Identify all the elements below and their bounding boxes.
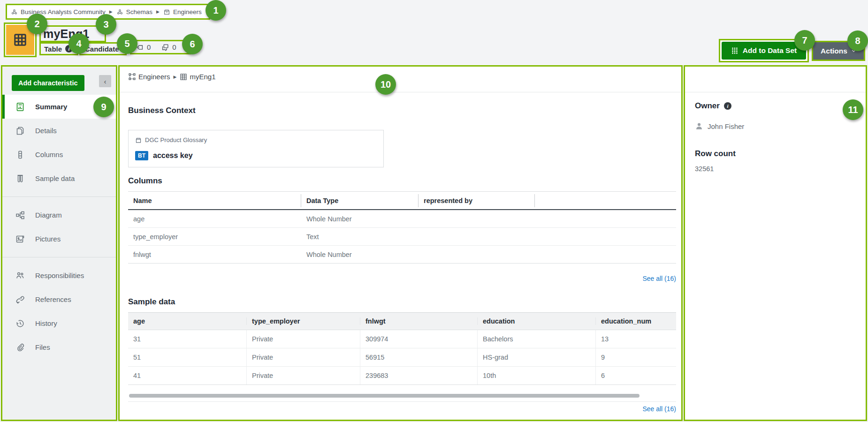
- sidebar-item-diagram[interactable]: Diagram: [2, 203, 116, 227]
- sidebar-item-label: Diagram: [35, 211, 62, 219]
- term-row: BT access key: [135, 151, 193, 160]
- columns-table: Name Data Type represented by age Whole …: [128, 191, 676, 264]
- row-count-label: Row count: [695, 149, 736, 158]
- business-context-heading: Business Context: [128, 106, 196, 115]
- table-row: 51 Private 56915 HS-grad 9: [128, 348, 676, 367]
- cell: Private: [247, 330, 360, 348]
- cell: Private: [247, 367, 360, 384]
- column-header: age: [128, 317, 247, 325]
- sidebar-item-label: Details: [35, 127, 57, 135]
- actions-label: Actions: [821, 47, 847, 55]
- responsibilities-icon: [15, 271, 25, 280]
- sidebar-collapse-button[interactable]: ‹: [99, 75, 111, 87]
- files-icon: [15, 343, 25, 352]
- table-row[interactable]: type_employer Text: [128, 228, 676, 246]
- annotation-badge-2: 2: [27, 14, 47, 34]
- sample-see-all-link[interactable]: See all (16): [128, 405, 676, 413]
- comments-icon[interactable]: [161, 43, 169, 52]
- sidebar-item-label: History: [35, 319, 57, 327]
- columns-heading: Columns: [128, 176, 162, 186]
- scrollbar-thumb[interactable]: [129, 394, 640, 398]
- glossary-name: DGC Product Glossary: [145, 136, 207, 143]
- annotation-badge-1: 1: [206, 0, 226, 21]
- cell: Private: [247, 348, 360, 366]
- references-icon: [15, 295, 25, 304]
- sidebar: Add characteristic ‹ Summary: [1, 65, 117, 421]
- cell: 239683: [360, 367, 478, 384]
- sample-table-header: age type_employer fnlwgt education educa…: [128, 312, 676, 330]
- annotation-badge-6: 6: [182, 34, 203, 54]
- sidebar-item-label: Summary: [35, 103, 67, 111]
- cell-datatype: Whole Number: [301, 251, 419, 258]
- tags-count[interactable]: 0: [147, 43, 151, 51]
- sample-data-icon: [15, 174, 25, 183]
- glossary-icon: [135, 137, 142, 143]
- columns-icon: [15, 150, 25, 159]
- cell: 9: [596, 348, 676, 366]
- content-breadcrumb-engineers[interactable]: Engineers: [138, 73, 170, 81]
- cell-name[interactable]: type_employer: [128, 233, 301, 241]
- breadcrumb-separator-icon: ▶: [109, 9, 113, 14]
- column-header: Data Type: [301, 194, 419, 207]
- pictures-icon: [15, 234, 25, 244]
- columns-see-all-link[interactable]: See all (16): [128, 275, 676, 282]
- sidebar-item-label: Pictures: [35, 235, 61, 243]
- cell-name[interactable]: fnlwgt: [128, 251, 301, 258]
- sidebar-item-history[interactable]: History: [2, 311, 116, 335]
- horizontal-scrollbar: [128, 394, 676, 398]
- breadcrumb-schemas[interactable]: Schemas: [126, 8, 152, 15]
- status-badge[interactable]: Candidate: [85, 45, 119, 53]
- info-icon[interactable]: i: [724, 102, 731, 110]
- breadcrumb-engineers[interactable]: Engineers: [173, 8, 202, 15]
- cell-datatype: Text: [301, 233, 419, 241]
- app-root: Business Analysts Community ▶ Schemas ▶ …: [0, 0, 868, 422]
- sidebar-item-columns[interactable]: Columns: [2, 143, 116, 166]
- sidebar-item-details[interactable]: Details: [2, 119, 116, 143]
- schema-nodes-icon: [128, 73, 136, 81]
- sidebar-item-pictures[interactable]: Pictures: [2, 227, 116, 251]
- column-header: [535, 194, 676, 207]
- annotation-badge-7: 7: [794, 30, 815, 51]
- add-characteristic-button[interactable]: Add characteristic: [12, 75, 84, 91]
- add-to-dataset-label: Add to Data Set: [743, 46, 797, 55]
- cell: 31: [128, 330, 247, 348]
- cell: 6: [596, 367, 676, 384]
- sidebar-menu: Summary Details Columns: [2, 95, 116, 359]
- person-icon: [695, 122, 703, 130]
- main-content: Engineers ▶ myEng1 Business Context DGC …: [118, 65, 683, 421]
- cell: 10th: [478, 367, 596, 384]
- sidebar-item-sample-data[interactable]: Sample data: [2, 166, 116, 190]
- breadcrumb-separator-icon: ▶: [156, 9, 160, 14]
- sidebar-divider: [2, 196, 116, 197]
- row-count-heading: Row count: [695, 149, 736, 158]
- column-header: type_employer: [247, 317, 360, 325]
- schema-icon: [163, 8, 170, 15]
- owner-label: Owner: [695, 101, 720, 111]
- business-context-card: DGC Product Glossary BT access key: [128, 130, 384, 167]
- column-header: fnlwgt: [360, 317, 478, 325]
- cell: 56915: [360, 348, 478, 366]
- sidebar-item-responsibilities[interactable]: Responsibilities: [2, 264, 116, 287]
- table-row[interactable]: age Whole Number: [128, 210, 676, 228]
- table-icon: [180, 73, 187, 81]
- sidebar-item-label: Columns: [35, 151, 63, 158]
- details-icon: [15, 126, 25, 136]
- annotation-badge-9: 9: [93, 97, 114, 117]
- owner-user[interactable]: John Fisher: [695, 122, 744, 130]
- cell: HS-grad: [478, 348, 596, 366]
- cell-name[interactable]: age: [128, 215, 301, 223]
- business-term-link[interactable]: access key: [153, 151, 193, 160]
- breadcrumb-separator-icon: ▶: [174, 75, 177, 79]
- history-icon: [15, 319, 25, 328]
- table-row[interactable]: fnlwgt Whole Number: [128, 246, 676, 264]
- cell: 13: [596, 330, 676, 348]
- community-icon: [11, 8, 18, 15]
- diagram-icon: [15, 211, 25, 220]
- cell: 309974: [360, 330, 478, 348]
- sidebar-item-files[interactable]: Files: [2, 335, 116, 359]
- add-to-dataset-button[interactable]: Add to Data Set: [722, 42, 806, 60]
- table-row: 41 Private 239683 10th 6: [128, 367, 676, 385]
- cell: 41: [128, 367, 247, 384]
- comments-count[interactable]: 0: [172, 43, 176, 51]
- sidebar-item-references[interactable]: References: [2, 287, 116, 311]
